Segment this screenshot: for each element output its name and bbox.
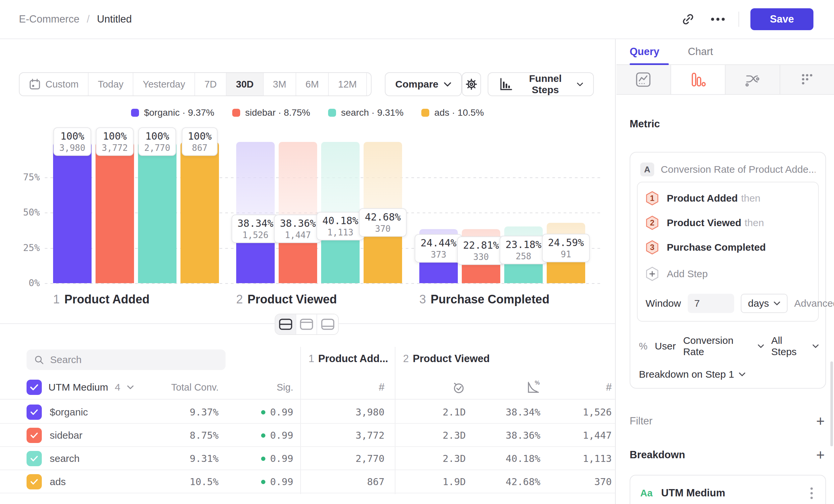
window-value-input[interactable] [688, 294, 734, 313]
metric-summary-row[interactable]: A Conversion Rate of Product Adde... [637, 160, 819, 182]
range-30d[interactable]: 30D [226, 73, 263, 95]
chevron-down-icon[interactable] [127, 385, 134, 389]
col-header-step1-count[interactable]: # [379, 376, 385, 398]
table-row-sidebar: sidebar8.75%0.993,7722.3D38.36%1,447 [0, 424, 615, 447]
breakdown-section-title: Breakdown [630, 449, 685, 461]
more-menu-button[interactable] [709, 10, 727, 28]
scrollbar-thumb[interactable] [830, 361, 833, 446]
step-then-label: then [741, 193, 760, 204]
legend-item-ads[interactable]: ads · 10.5% [421, 108, 484, 118]
range-3m[interactable]: 3M [264, 73, 296, 95]
range-label: 12M [338, 79, 357, 90]
row-checkbox[interactable] [26, 428, 42, 443]
breadcrumb: E-Commerce / Untitled [19, 13, 132, 25]
funnel-bar-1-sidebar[interactable] [95, 142, 134, 283]
chart-type-dropdown[interactable]: Funnel Steps [488, 72, 594, 96]
range-today[interactable]: Today [89, 73, 133, 95]
cell-step1-count: 3,980 [356, 400, 385, 424]
col-header-sig[interactable]: Sig. [277, 376, 293, 398]
check-icon [30, 479, 38, 485]
row-checkbox[interactable] [26, 474, 42, 489]
range-custom[interactable]: Custom [20, 73, 89, 95]
layout-chart-only-button[interactable] [296, 314, 317, 334]
step-event-name[interactable]: Product Added [667, 193, 738, 204]
col-header-time-to-convert[interactable] [451, 376, 466, 398]
breakdown-column-label[interactable]: UTM Medium [48, 382, 108, 393]
funnel-bar-1-ads[interactable] [180, 142, 219, 283]
measure-actor[interactable]: User [655, 341, 676, 352]
bar-pct: 100% [144, 130, 170, 143]
chevron-down-icon [577, 82, 583, 87]
tab-query[interactable]: Query [630, 46, 659, 58]
select-all-checkbox[interactable] [26, 380, 42, 395]
measurement-row: % User Conversion Rate All Steps [637, 335, 819, 358]
layout-split-button[interactable] [275, 314, 296, 334]
sig-dot [261, 480, 265, 484]
breadcrumb-project[interactable]: E-Commerce [19, 13, 80, 25]
legend-swatch [131, 109, 139, 117]
bar-value-label: 40.18%1,113 [316, 212, 364, 240]
step-event-name[interactable]: Product Viewed [667, 217, 742, 228]
bar-value-label: 100%3,980 [53, 127, 91, 156]
row-label: sidebar [50, 424, 82, 447]
legend-item-organic[interactable]: $organic · 9.37% [131, 108, 214, 118]
measure-scope-dropdown[interactable]: All Steps [771, 335, 819, 358]
breakdown-on-step-dropdown[interactable]: Breakdown on Step 1 [637, 369, 819, 380]
range-label: 3M [273, 79, 286, 90]
tab-chart[interactable]: Chart [688, 46, 713, 58]
cell-sig: 0.99 [261, 470, 293, 494]
range-7d[interactable]: 7D [195, 73, 226, 95]
share-link-button[interactable] [679, 10, 697, 28]
range-12m[interactable]: 12M [329, 73, 367, 95]
sig-dot [261, 410, 265, 414]
bar-value-label: 23.18%258 [500, 236, 547, 264]
legend-item-search[interactable]: search · 9.31% [328, 108, 403, 118]
query-step-3[interactable]: 3Purchase Completed [645, 240, 810, 255]
advanced-toggle[interactable]: Advanced [794, 298, 834, 309]
measure-type-dropdown[interactable]: Conversion Rate [683, 335, 764, 358]
cell-total-conv: 10.5% [190, 470, 219, 494]
layout-table-only-button[interactable] [317, 314, 338, 334]
compare-button[interactable]: Compare [385, 72, 462, 96]
step-event-name[interactable]: Purchase Completed [667, 242, 766, 253]
kebab-menu-icon[interactable] [808, 485, 815, 502]
col-header-conv-rate[interactable]: % [525, 376, 541, 398]
save-button[interactable]: Save [750, 8, 813, 30]
row-checkbox[interactable] [26, 405, 42, 420]
row-checkbox[interactable] [26, 451, 42, 466]
link-icon [678, 9, 698, 29]
add-step-button[interactable]: Add Step [645, 267, 810, 281]
cell-step2-count: 1,526 [583, 400, 612, 424]
add-filter-button[interactable]: + [816, 414, 825, 428]
table-row-organic: $organic9.37%0.993,9802.1D38.34%1,526 [0, 400, 615, 424]
col-header-total-conv[interactable]: Total Conv. [171, 376, 219, 398]
add-breakdown-button[interactable]: + [816, 448, 825, 462]
table-step1-header: 1Product Add... [309, 353, 388, 365]
legend-item-sidebar[interactable]: sidebar · 8.75% [232, 108, 310, 118]
layout-toggle [275, 314, 339, 335]
funnel-bar-1-search[interactable] [138, 142, 176, 283]
bar-count: 373 [421, 249, 457, 260]
breakdown-property-card[interactable]: Aa UTM Medium [630, 475, 826, 504]
cell-total-conv: 9.37% [190, 400, 219, 424]
funnel-bar-1-organic[interactable] [53, 142, 92, 283]
breadcrumb-report-title[interactable]: Untitled [97, 13, 132, 25]
table-search[interactable] [26, 349, 225, 370]
report-type-flows[interactable] [726, 65, 780, 94]
table-step2-header: 2Product Viewed [403, 353, 490, 365]
range-6m[interactable]: 6M [296, 73, 329, 95]
report-type-funnels[interactable] [671, 65, 726, 94]
range-xtd[interactable]: XTD [367, 73, 372, 95]
range-yesterday[interactable]: Yesterday [133, 73, 195, 95]
report-type-insights[interactable] [616, 65, 671, 94]
legend-label: ads · 10.5% [434, 108, 484, 118]
chart-settings-button[interactable] [462, 72, 481, 96]
window-unit-select[interactable]: days [741, 294, 788, 313]
search-input[interactable] [50, 354, 218, 365]
col-header-step2-count[interactable]: # [606, 376, 612, 398]
query-step-1[interactable]: 1Product Addedthen [645, 191, 810, 206]
cell-step2-count: 1,113 [583, 447, 612, 470]
query-step-2[interactable]: 2Product Viewedthen [645, 215, 810, 230]
report-type-retention[interactable] [780, 65, 834, 94]
row-label: ads [50, 470, 66, 494]
